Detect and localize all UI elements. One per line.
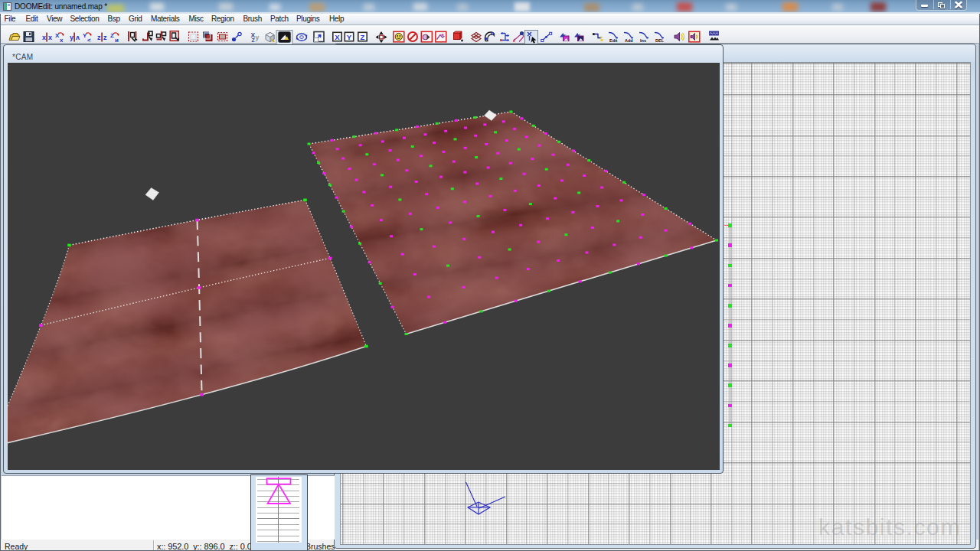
svg-text:X: X [335,32,340,41]
svg-text:ʌ: ʌ [76,33,80,41]
svg-text:x: x [42,33,46,41]
svg-text:z: z [103,33,107,41]
svg-text:z: z [97,33,101,41]
svg-text:x: x [48,33,52,41]
svg-text:Ins: Ins [640,38,646,43]
svg-text:DEL: DEL [655,38,665,43]
svg-text:y: y [256,33,260,41]
svg-text:x: x [60,36,64,43]
svg-text:Z: Z [361,32,365,41]
svg-text:Edit: Edit [609,38,618,43]
svg-text:Add: Add [625,38,633,43]
svg-text:y: y [70,33,74,41]
svg-text:<: < [87,36,91,43]
svg-text:Y: Y [347,32,352,41]
svg-text:Z: Z [252,37,256,42]
svg-text:и: и [115,36,119,43]
